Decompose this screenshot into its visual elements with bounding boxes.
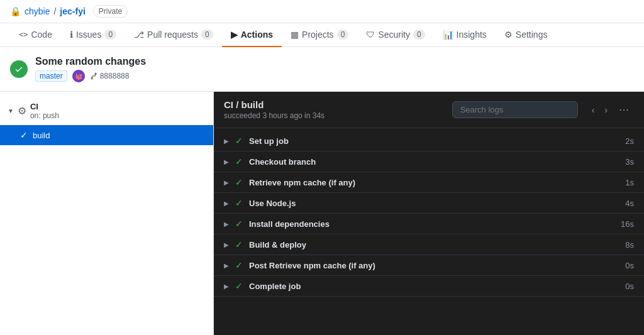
step-duration: 8s [625,240,634,250]
pr-badge: 0 [201,30,213,40]
log-panel-subtitle: succeeded 3 hours ago in 34s [224,111,442,120]
branch-badge[interactable]: master [35,70,67,82]
step-duration: 16s [621,219,634,229]
tab-security[interactable]: 🛡 Security 0 [357,23,433,47]
step-name: Use Node.js [249,199,619,208]
projects-badge: 0 [337,30,349,40]
step-expand-icon: ▶ [224,200,229,207]
log-header: CI / build succeeded 3 hours ago in 34s … [214,92,644,128]
tab-actions-label: Actions [241,30,273,40]
tab-settings-label: Settings [516,30,548,40]
workflow-group: ▼ ⚙ CI on: push ✓ build [0,92,213,150]
step-duration: 2s [625,136,634,146]
log-step[interactable]: ▶ ✓ Retrieve npm cache (if any) 1s [214,172,644,193]
tab-pullrequests[interactable]: ⎇ Pull requests 0 [125,23,222,47]
log-step[interactable]: ▶ ✓ Set up job 2s [214,131,644,151]
step-duration: 1s [625,178,634,187]
step-duration: 3s [625,157,634,167]
actions-icon: ▶ [231,30,238,40]
tab-issues-label: Issues [76,30,101,40]
log-step[interactable]: ▶ ✓ Install dependencies 16s [214,214,644,234]
step-expand-icon: ▶ [224,138,229,145]
sidebar: ▼ ⚙ CI on: push ✓ build [0,92,214,335]
step-expand-icon: ▶ [224,179,229,186]
log-step[interactable]: ▶ ✓ Complete job 0s [214,276,644,297]
log-nav-prev[interactable]: ‹ [588,102,599,118]
main-layout: ▼ ⚙ CI on: push ✓ build CI / build succe… [0,92,644,335]
commit-info: Some random changes master 🐙 8888888 [35,56,146,82]
log-step[interactable]: ▶ ✓ Checkout branch 3s [214,151,644,172]
repo-name[interactable]: jec-fyi [60,6,85,16]
workflow-trigger: on: push [30,111,59,120]
step-name: Retrieve npm cache (if any) [249,178,619,187]
job-check-icon: ✓ [20,130,28,140]
step-name: Set up job [249,136,619,146]
issues-icon: ℹ [70,30,73,40]
commit-meta: master 🐙 8888888 [35,70,146,82]
projects-icon: ▦ [291,30,299,40]
step-duration: 4s [625,199,634,208]
step-expand-icon: ▶ [224,221,229,228]
tab-code[interactable]: <> Code [10,23,61,47]
pr-icon: ⎇ [134,30,144,40]
log-panel: CI / build succeeded 3 hours ago in 34s … [214,92,644,335]
tab-projects[interactable]: ▦ Projects 0 [282,23,357,47]
code-icon: <> [19,30,28,39]
log-title-section: CI / build succeeded 3 hours ago in 34s [224,99,442,120]
repo-owner[interactable]: chybie [25,6,50,16]
job-label: build [33,131,50,140]
log-more-button[interactable]: ⋯ [614,101,634,118]
log-nav-next[interactable]: › [601,102,611,118]
step-expand-icon: ▶ [224,283,229,290]
step-check-icon: ✓ [235,177,243,187]
private-badge: Private [93,5,128,18]
step-name: Checkout branch [249,157,619,167]
tab-code-label: Code [31,30,52,40]
step-check-icon: ✓ [235,198,243,208]
tab-security-label: Security [378,30,410,40]
nav-tabs: <> Code ℹ Issues 0 ⎇ Pull requests 0 ▶ A… [0,23,644,47]
settings-icon: ⚙ [504,30,513,40]
top-bar: 🔒 chybie / jec-fyi Private [0,0,644,23]
step-duration: 0s [625,261,634,270]
tab-issues[interactable]: ℹ Issues 0 [61,23,125,47]
step-check-icon: ✓ [235,157,243,167]
insights-icon: 📊 [443,30,453,40]
step-expand-icon: ▶ [224,241,229,248]
tab-insights[interactable]: 📊 Insights [434,23,496,47]
step-name: Build & deploy [249,240,619,250]
job-item-build[interactable]: ✓ build [0,125,213,145]
tab-settings[interactable]: ⚙ Settings [496,23,557,47]
repo-separator: / [53,6,56,16]
log-step[interactable]: ▶ ✓ Post Retrieve npm cache (if any) 0s [214,255,644,276]
tab-actions[interactable]: ▶ Actions [222,23,282,47]
log-nav: ‹ › ⋯ [588,101,634,118]
workflow-icon: ⚙ [18,105,26,117]
step-expand-icon: ▶ [224,262,229,269]
tab-projects-label: Projects [302,30,334,40]
step-check-icon: ✓ [235,219,243,229]
tab-pr-label: Pull requests [147,30,198,40]
workflow-header[interactable]: ▼ ⚙ CI on: push [0,97,213,125]
tab-insights-label: Insights [457,30,487,40]
triangle-icon: ▼ [8,107,14,114]
step-expand-icon: ▶ [224,158,229,165]
log-step[interactable]: ▶ ✓ Build & deploy 8s [214,234,644,255]
security-badge: 0 [413,30,425,40]
workflow-title: CI [30,102,59,111]
security-icon: 🛡 [366,30,375,40]
step-name: Post Retrieve npm cache (if any) [249,261,619,270]
commit-hash: 8888888 [90,72,130,80]
commit-hash-value: 8888888 [100,72,130,80]
step-check-icon: ✓ [235,260,243,270]
step-name: Complete job [249,282,619,291]
log-step[interactable]: ▶ ✓ Use Node.js 4s [214,193,644,214]
svg-text:🐙: 🐙 [75,72,83,80]
log-panel-title: CI / build [224,99,442,110]
search-logs-input[interactable] [452,101,578,118]
avatar: 🐙 [72,70,85,82]
step-check-icon: ✓ [235,239,243,250]
status-circle-success [10,60,28,78]
commit-header: Some random changes master 🐙 8888888 [0,47,644,92]
lock-icon: 🔒 [10,6,21,16]
